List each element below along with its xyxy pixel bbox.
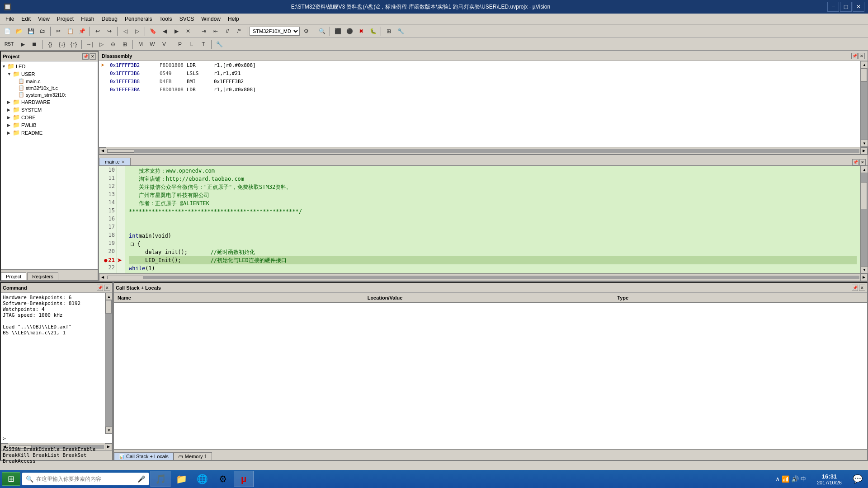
editor-scroll-down[interactable]: ▼ [861, 266, 868, 273]
menu-debug[interactable]: Debug [98, 15, 121, 23]
cut-button[interactable]: ✂ [53, 26, 64, 36]
nav-forward-button[interactable]: ▷ [132, 26, 142, 36]
menu-file[interactable]: File [2, 15, 18, 23]
command-scrollbar-v[interactable]: ▲ ▼ [105, 293, 112, 434]
editor-scroll-left[interactable]: ◀ [99, 274, 106, 281]
cmd-scroll-down[interactable]: ▼ [105, 427, 112, 434]
menu-window[interactable]: Window [198, 15, 224, 23]
taskbar-app-explorer[interactable]: 📁 [171, 471, 191, 487]
menu-peripherals[interactable]: Peripherals [121, 15, 156, 23]
windows-button[interactable]: ⊞ [383, 26, 394, 36]
editor-pin-button[interactable]: 📌 [852, 159, 859, 165]
disasm-scrollbar-h[interactable]: ◀ ▶ [99, 147, 868, 154]
tree-item-core[interactable]: ▶ 📁 CORE [7, 113, 97, 121]
menu-edit[interactable]: Edit [18, 15, 34, 23]
tools-btn2[interactable]: 🔧 [214, 39, 225, 49]
menu-project[interactable]: Project [53, 15, 77, 23]
editor-scrollbar-v[interactable]: ▲ ▼ [860, 166, 868, 273]
step-into-button[interactable]: {↓} [57, 39, 67, 49]
rst-button[interactable]: RST [2, 39, 16, 49]
close-button[interactable]: ✕ [853, 2, 864, 12]
disasm-scroll-right[interactable]: ▶ [860, 147, 868, 155]
disassembly-scrollbar-v[interactable]: ▲ ▼ [860, 61, 868, 147]
exec-debug3-button[interactable]: ⊞ [119, 39, 130, 49]
debug-button[interactable]: 🐛 [368, 26, 378, 36]
search-button[interactable]: 🔍 [316, 26, 327, 36]
minimize-button[interactable]: − [827, 2, 839, 12]
disasm-scroll-thumb[interactable] [861, 68, 867, 82]
taskbar-search-input[interactable] [36, 476, 137, 482]
mic-icon[interactable]: 🎤 [137, 475, 145, 483]
disassembly-pin-button[interactable]: 📌 [851, 53, 858, 59]
tree-item-system-folder[interactable]: ▶ 📁 SYSTEM [7, 106, 97, 113]
bookmark-next-button[interactable]: ▶ [171, 26, 182, 36]
exec-debug2-button[interactable]: ⊙ [108, 39, 118, 49]
taskbar-app-ie[interactable]: 🎵 [151, 471, 170, 487]
cmd-scroll-up[interactable]: ▲ [105, 293, 112, 300]
tray-up-arrow[interactable]: ∧ [775, 475, 780, 483]
command-input[interactable] [8, 436, 110, 441]
step-over-button[interactable]: {} [45, 39, 56, 49]
command-close-button[interactable]: ✕ [104, 285, 110, 291]
copy-button[interactable]: 📋 [65, 26, 75, 36]
run-stop-button[interactable]: ⬛ [332, 26, 343, 36]
maximize-button[interactable]: □ [840, 2, 852, 12]
logic-btn[interactable]: L [186, 39, 197, 49]
editor-scroll-track[interactable] [861, 173, 868, 266]
tree-item-system[interactable]: 📋 system_stm32f10: [13, 91, 97, 98]
editor-close-button[interactable]: ✕ [859, 159, 866, 165]
disassembly-close-button[interactable]: ✕ [859, 53, 865, 59]
tree-item-readme[interactable]: ▶ 📁 README [7, 129, 97, 136]
run-debug-button[interactable]: ▶ [17, 39, 28, 49]
editor-scroll-right[interactable]: ▶ [860, 274, 868, 281]
paste-button[interactable]: 📌 [76, 26, 87, 36]
cmd-scroll-track[interactable] [105, 300, 112, 427]
tree-item-main-c[interactable]: 📋 main.c [13, 78, 97, 84]
command-content[interactable]: Hardware-Breakpoints: 6 Software-Breakpo… [1, 293, 105, 434]
project-pin-button[interactable]: 📌 [82, 53, 89, 60]
bookmark-prev-button[interactable]: ◀ [159, 26, 170, 36]
redo-button[interactable]: ↪ [104, 26, 115, 36]
disasm-htrack[interactable] [107, 149, 859, 153]
tree-item-hardware[interactable]: ▶ 📁 HARDWARE [7, 98, 97, 106]
target-options-button[interactable]: ⚙ [301, 26, 311, 36]
tab-memory1[interactable]: 🗃 Memory 1 [174, 452, 212, 460]
trace-btn[interactable]: T [198, 39, 209, 49]
tree-item-led[interactable]: ▼ 📁 LED [2, 62, 97, 70]
uncomment-button[interactable]: /* [234, 26, 245, 36]
editor-tab-close[interactable]: ✕ [121, 160, 125, 164]
editor-htrack[interactable] [107, 276, 859, 279]
editor-content[interactable]: 10 11 12 13 14 15 16 17 18 19 20 ●21 [99, 166, 868, 273]
tab-registers[interactable]: Registers [27, 272, 58, 280]
tab-callstack[interactable]: 📊 Call Stack + Locals [114, 452, 174, 460]
editor-tab-main-c[interactable]: main.c ✕ [99, 158, 131, 165]
taskbar-app-settings[interactable]: ⚙ [213, 471, 233, 487]
start-button[interactable]: ⊞ [2, 472, 20, 486]
disasm-scroll-left[interactable]: ◀ [99, 147, 106, 155]
tab-project[interactable]: Project [1, 272, 26, 280]
tree-item-user[interactable]: ▼ 📁 USER [7, 70, 97, 78]
memory-btn2[interactable]: W [147, 39, 158, 49]
memory-btn3[interactable]: V [159, 39, 170, 49]
menu-view[interactable]: View [34, 15, 53, 23]
notification-icon[interactable]: 💬 [849, 474, 866, 484]
new-file-button[interactable]: 📄 [2, 26, 13, 36]
target-combo[interactable]: STM32F10X_MD [250, 27, 300, 36]
stop-debug-button[interactable]: ⏹ [29, 39, 40, 49]
bookmark-button[interactable]: 🔖 [147, 26, 158, 36]
disassembly-content[interactable]: ➤ 0x1FFFF3B2 F8D01808 LDR r1,[r0,#0x808]… [99, 61, 860, 147]
tray-ime[interactable]: 中 [801, 475, 806, 483]
step-out-button[interactable]: {↑} [68, 39, 79, 49]
run-button[interactable]: ⚫ [344, 26, 355, 36]
tray-volume[interactable]: 🔊 [791, 475, 799, 483]
tree-item-fwlib[interactable]: ▶ 📁 FWLIB [7, 121, 97, 129]
taskbar-app-uv[interactable]: μ [234, 471, 254, 487]
disasm-scroll-track[interactable] [861, 68, 868, 140]
exec-to-button[interactable]: →| [84, 39, 95, 49]
editor-scroll-up[interactable]: ▲ [861, 166, 868, 173]
memory-btn1[interactable]: M [135, 39, 146, 49]
unindent-button[interactable]: ⇤ [210, 26, 221, 36]
tray-network[interactable]: 📶 [782, 475, 789, 483]
tree-item-stm32-it[interactable]: 📋 stm32f10x_it.c [13, 84, 97, 91]
exec-step-button[interactable]: ▷ [96, 39, 107, 49]
